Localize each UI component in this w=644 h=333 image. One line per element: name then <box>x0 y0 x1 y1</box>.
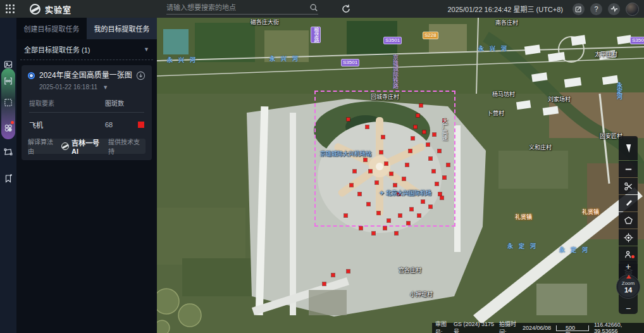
map-label: 礼贤镇 <box>582 209 599 215</box>
pencil-icon[interactable] <box>619 195 638 211</box>
result-table: 提取要素 图斑数 飞机 68 <box>29 98 144 130</box>
airplane-detection-marker[interactable] <box>383 227 387 230</box>
task-filter-dropdown[interactable]: 全部目标提取任务 (1) ▼ <box>16 39 157 60</box>
airplane-detection-marker[interactable] <box>438 192 442 196</box>
map-label: 永定河 <box>507 243 542 249</box>
tab-create-task[interactable]: 创建目标提取任务 <box>16 18 87 39</box>
scissors-icon[interactable] <box>619 178 638 194</box>
airplane-detection-marker[interactable] <box>433 133 436 136</box>
airplane-detection-marker[interactable] <box>410 208 413 211</box>
airplane-detection-marker[interactable] <box>367 203 370 206</box>
zoom-dial[interactable]: Zoom 14 <box>616 275 640 299</box>
airplane-detection-marker[interactable] <box>406 163 409 166</box>
airplane-detection-marker[interactable] <box>381 135 385 139</box>
locate-icon[interactable] <box>619 229 638 246</box>
airplane-detection-marker[interactable] <box>409 149 412 153</box>
airplane-detection-marker[interactable] <box>421 200 424 203</box>
airplane-detection-marker[interactable] <box>402 177 406 180</box>
airplane-detection-marker[interactable] <box>429 157 432 160</box>
help-icon[interactable]: ? <box>590 3 602 15</box>
swipe-wedge-icon[interactable] <box>619 136 638 160</box>
airplane-detection-marker[interactable] <box>380 151 383 154</box>
airplane-detection-marker[interactable] <box>387 219 390 222</box>
airplane-detection-marker[interactable] <box>377 211 380 215</box>
map-label: S228 <box>423 32 438 39</box>
airplane-detection-marker[interactable] <box>385 162 388 165</box>
airplane-detection-marker[interactable] <box>390 172 393 175</box>
swipe-compare-icon[interactable] <box>0 73 16 89</box>
airplane-detection-marker[interactable] <box>366 125 369 129</box>
map-canvas[interactable]: 磁各庄大街南各庄村榆垡路S3501S3501S3501S228永兴河永兴河永兴河… <box>157 18 644 333</box>
zoom-in-button[interactable]: + <box>626 262 631 271</box>
search-input[interactable] <box>166 4 306 11</box>
airplane-detection-marker[interactable] <box>432 170 435 173</box>
airplane-detection-marker[interactable] <box>369 170 372 173</box>
left-rail <box>0 18 16 333</box>
search-icon[interactable] <box>309 3 318 12</box>
airplane-detection-marker[interactable] <box>323 282 326 286</box>
task-card[interactable]: 2024年度全国高质量一张图 2025-01-22 16:18:11▼ 提取要素… <box>22 65 152 160</box>
airplane-detection-marker[interactable] <box>353 170 356 173</box>
airplane-detection-marker[interactable] <box>407 222 410 225</box>
logo-jilin1-icon[interactable] <box>30 4 40 15</box>
airplane-detection-marker[interactable] <box>414 125 417 129</box>
algo-brand: 吉林一号AI <box>71 137 106 155</box>
divider <box>20 60 153 60</box>
map-label: 刘家场村 <box>548 96 571 103</box>
airplane-detection-marker[interactable] <box>418 214 421 217</box>
airplane-detection-marker[interactable] <box>344 214 347 217</box>
minus-icon[interactable] <box>619 161 638 177</box>
activity-icon[interactable] <box>608 3 620 15</box>
map-label: 礼贤镇 <box>515 214 532 220</box>
task-datetime[interactable]: 2025-01-22 16:18:11▼ <box>39 84 146 91</box>
airplane-detection-marker[interactable] <box>393 184 397 187</box>
airplane-detection-marker[interactable] <box>411 137 414 140</box>
tab-my-tasks[interactable]: 我的目标提取任务 <box>87 18 157 39</box>
airplane-detection-marker[interactable] <box>359 227 362 230</box>
airplane-detection-marker[interactable] <box>419 104 423 107</box>
airplane-detection-marker[interactable] <box>429 205 432 208</box>
airplane-detection-marker[interactable] <box>364 158 367 161</box>
zoom-word: Zoom <box>622 280 635 286</box>
region-select-icon[interactable] <box>0 95 16 110</box>
airplane-detection-marker[interactable] <box>372 232 375 235</box>
airplane-detection-marker[interactable] <box>350 184 353 187</box>
extraction-bbox[interactable] <box>314 91 455 227</box>
airplane-detection-marker[interactable] <box>399 214 402 217</box>
airplane-detection-marker[interactable] <box>375 181 378 184</box>
zoom-out-button[interactable]: − <box>626 304 631 313</box>
map-label: 南各庄村 <box>495 20 518 26</box>
topbar: 实验室 2025/01/22 16:24:42 星期三 (UTC+8) ? <box>0 0 644 18</box>
airplane-detection-marker[interactable] <box>416 114 419 117</box>
task-radio[interactable] <box>28 72 35 79</box>
polygon-draw-icon[interactable] <box>0 144 16 160</box>
airplane-detection-marker[interactable] <box>358 192 361 196</box>
chevron-down-icon: ▼ <box>144 46 149 53</box>
target-cluster-icon[interactable] <box>0 120 16 135</box>
refresh-icon[interactable] <box>341 4 351 14</box>
airplane-detection-marker[interactable] <box>447 163 450 166</box>
image-layers-icon[interactable] <box>0 57 16 72</box>
map-toolbar <box>619 136 638 280</box>
search-bar[interactable] <box>166 3 318 15</box>
capture-label: 拍摄时间: <box>499 320 521 333</box>
map-label: 永定河 <box>559 247 593 253</box>
airplane-detection-marker[interactable] <box>443 176 446 179</box>
airplane-detection-marker[interactable] <box>347 270 350 273</box>
map-label: ✈ 北京大兴国际机场 <box>380 190 431 196</box>
airplane-detection-marker[interactable] <box>423 130 426 134</box>
airplane-detection-marker[interactable] <box>347 118 350 121</box>
airplane-detection-marker[interactable] <box>426 143 430 146</box>
airplane-detection-marker[interactable] <box>440 196 443 199</box>
grid-menu-icon[interactable] <box>6 4 15 13</box>
airplane-detection-marker[interactable] <box>331 273 335 277</box>
edit-note-icon[interactable] <box>573 3 585 15</box>
airplane-detection-marker[interactable] <box>435 182 438 185</box>
polygon-icon[interactable] <box>619 212 638 229</box>
airplane-detection-marker[interactable] <box>395 232 398 235</box>
table-row[interactable]: 飞机 68 <box>29 113 144 130</box>
avatar[interactable] <box>626 3 639 16</box>
download-icon[interactable] <box>136 71 146 80</box>
bookmark-add-icon[interactable] <box>0 171 16 186</box>
airplane-detection-marker[interactable] <box>438 149 441 153</box>
